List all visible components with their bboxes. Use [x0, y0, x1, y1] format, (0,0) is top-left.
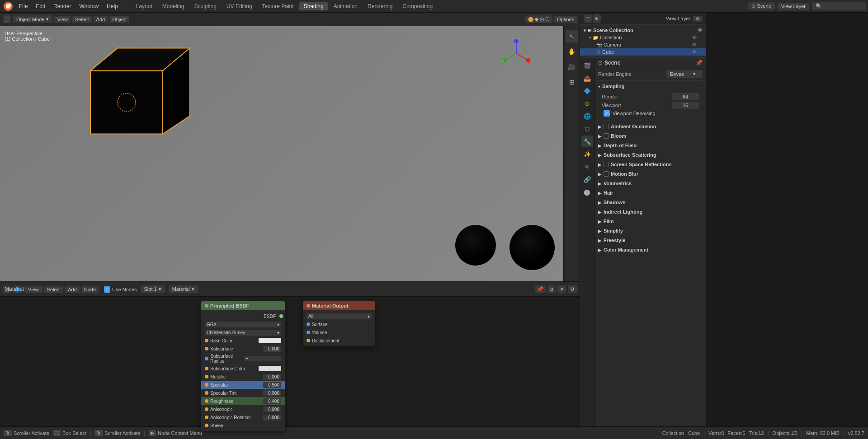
base-color-socket[interactable] — [205, 339, 208, 342]
node-settings-btn[interactable]: ⚙ — [568, 285, 577, 293]
shadows-section[interactable]: ▶ Shadows :: — [594, 198, 706, 207]
ao-checkbox[interactable] — [604, 124, 609, 129]
roughness-value[interactable]: 0.400 — [263, 398, 281, 404]
sheen-row[interactable]: Sheen — [201, 421, 285, 430]
volumetrics-section[interactable]: ▶ Volumetrics :: — [594, 179, 706, 188]
close-node-btn[interactable]: ✕ — [557, 285, 566, 293]
cursor-tool[interactable]: ↖ — [566, 30, 578, 42]
cube-visibility[interactable]: 👁 — [692, 49, 697, 55]
base-color-row[interactable]: Base Color — [201, 336, 285, 345]
christensen-dropdown-row[interactable]: Christensen-Burley ▾ — [201, 328, 285, 336]
displacement-socket[interactable] — [307, 339, 310, 342]
collection-item-cube[interactable]: ⬡ Cube 👁 — [580, 48, 706, 56]
anisotropic-rotation-row[interactable]: Anisotropic Rotation 0.000 — [201, 413, 285, 421]
tab-sculpting[interactable]: Sculpting — [190, 2, 221, 10]
object-mode-dropdown[interactable]: Object Mode ▾ — [13, 15, 52, 23]
collection-item-collection[interactable]: ▾ 📁 Collection 👁 — [580, 34, 706, 41]
mb-checkbox[interactable] — [604, 171, 609, 177]
camera-visibility[interactable]: 👁 — [692, 42, 697, 47]
target-dropdown[interactable]: All ▾ — [307, 313, 372, 319]
object-btn[interactable]: Object — [109, 16, 129, 23]
bloom-section[interactable]: ▶ Bloom :: — [594, 131, 706, 140]
add-btn[interactable]: Add — [94, 16, 108, 23]
solid-shading-icon[interactable]: ⬤ — [528, 16, 533, 22]
specular-value[interactable]: 0.500 — [263, 382, 281, 388]
metallic-value[interactable]: 0.000 — [263, 374, 281, 380]
menu-window[interactable]: Window — [75, 2, 102, 10]
ggx-dropdown[interactable]: GGX ▾ — [205, 322, 281, 327]
subsurface-socket[interactable] — [205, 347, 208, 350]
pin-icon[interactable]: 📌 — [535, 285, 546, 293]
camera-tool[interactable]: 🎥 — [566, 61, 578, 73]
viewport-shading-icons[interactable]: ⬤ ◉ ◎ ⬡ — [525, 15, 552, 23]
scene-props-icon[interactable]: ⊙ — [581, 98, 593, 109]
scene-collection-expand[interactable]: ▾ — [584, 28, 586, 33]
tab-modeling[interactable]: Modeling — [158, 2, 189, 10]
viewport-samples-value[interactable]: 16 — [672, 102, 699, 109]
subsurface-radius-socket[interactable] — [205, 357, 208, 360]
view-layer-dropdown[interactable]: View Layer — [778, 3, 809, 10]
roughness-socket[interactable] — [205, 399, 208, 403]
panel-layout-icon[interactable]: ⬚ — [584, 14, 592, 23]
node-select-btn[interactable]: Select — [44, 286, 64, 293]
specular-tint-socket[interactable] — [205, 391, 208, 395]
dof-section[interactable]: ▶ Depth of Field :: — [594, 141, 706, 150]
ggx-dropdown-row[interactable]: GGX ▾ — [201, 320, 285, 328]
tab-compositing[interactable]: Compositing — [398, 2, 437, 10]
metallic-row[interactable]: Metallic 0.000 — [201, 373, 285, 381]
subsurface-radius-dropdown[interactable]: ▾ — [244, 356, 282, 361]
object-mode-node-dropdown[interactable]: View — [24, 286, 42, 293]
overlay-dropdown[interactable]: Options — [554, 16, 577, 23]
subsurface-row[interactable]: Subsurface 0.000 — [201, 345, 285, 353]
hair-section[interactable]: ▶ Hair :: — [594, 188, 706, 197]
select-btn[interactable]: Select — [72, 16, 92, 23]
collection-expand-arrow[interactable]: ▾ — [589, 36, 591, 40]
slot-dropdown[interactable]: Slot 1 ▾ — [141, 285, 165, 293]
christensen-dropdown[interactable]: Christensen-Burley ▾ — [205, 330, 281, 336]
render-props-icon[interactable]: 🎬 — [581, 60, 593, 71]
viewport-3d[interactable]: User Perspective (1) Collection | Cube Z… — [0, 26, 580, 282]
material-shading-icon[interactable]: ◉ — [534, 16, 539, 22]
material-props-icon[interactable]: ⬤ — [581, 186, 593, 198]
material-dropdown[interactable]: Material ▾ — [169, 285, 198, 293]
freestyle-section[interactable]: ▶ Freestyle :: — [594, 236, 706, 245]
surface-row[interactable]: Surface — [303, 320, 375, 328]
menu-file[interactable]: File — [15, 2, 31, 10]
film-section[interactable]: ▶ Film :: — [594, 217, 706, 226]
render-samples-value[interactable]: 64 — [672, 93, 699, 100]
subsurface-color-socket[interactable] — [205, 367, 208, 370]
menu-edit[interactable]: Edit — [32, 2, 49, 10]
indirect-lighting-section[interactable]: ▶ Indirect Lighting :: — [594, 207, 706, 216]
world-props-icon[interactable]: 🌐 — [581, 110, 593, 122]
rendered-shading-icon[interactable]: ◎ — [540, 16, 544, 22]
view-layer-props-icon[interactable]: 🔷 — [581, 85, 593, 97]
search-field[interactable]: 🔍 — [812, 2, 866, 10]
scene-pin-btn[interactable]: 📌 — [696, 60, 703, 66]
displacement-row[interactable]: Displacement — [303, 336, 375, 345]
anisotropic-rotation-value[interactable]: 0.000 — [263, 415, 281, 420]
ambient-occlusion-section[interactable]: ▶ Ambient Occlusion :: — [594, 122, 706, 131]
bloom-checkbox[interactable] — [604, 133, 609, 139]
ssr-checkbox[interactable] — [604, 162, 609, 167]
modifier-props-icon[interactable]: 🔧 — [581, 135, 593, 147]
sss-section[interactable]: ▶ Subsurface Scattering :: — [594, 150, 706, 159]
viewport-denoising-checkbox[interactable]: ✓ — [604, 110, 610, 117]
menu-render[interactable]: Render — [50, 2, 75, 10]
subsurface-color-swatch[interactable] — [259, 366, 281, 371]
sampling-section-header[interactable]: ▾ Sampling :: — [594, 82, 706, 91]
move-tool[interactable]: ✋ — [566, 45, 578, 58]
use-nodes-toggle[interactable]: ✓ Use Nodes — [104, 286, 137, 293]
specular-tint-row[interactable]: Specular Tint 0.000 — [201, 389, 285, 397]
render-engine-dropdown[interactable]: Eevee ▾ — [666, 70, 703, 78]
anisotropic-rotation-socket[interactable] — [205, 416, 208, 419]
principled-bsdf-node[interactable]: Principled BSDF BSDF GGX ▾ — [201, 301, 285, 431]
particles-props-icon[interactable]: ✨ — [581, 148, 593, 160]
volume-row[interactable]: Volume — [303, 328, 375, 336]
volume-socket[interactable] — [307, 331, 310, 334]
object-props-icon[interactable]: ⬡ — [581, 123, 593, 135]
subsurface-value[interactable]: 0.000 — [263, 346, 281, 352]
tab-shading[interactable]: Shading — [299, 2, 328, 10]
grid-tool[interactable]: ⊞ — [566, 76, 578, 89]
scene-dropdown[interactable]: ⊙ Scene — [748, 2, 775, 10]
anisotropic-row[interactable]: Anisotropic 0.000 — [201, 405, 285, 413]
